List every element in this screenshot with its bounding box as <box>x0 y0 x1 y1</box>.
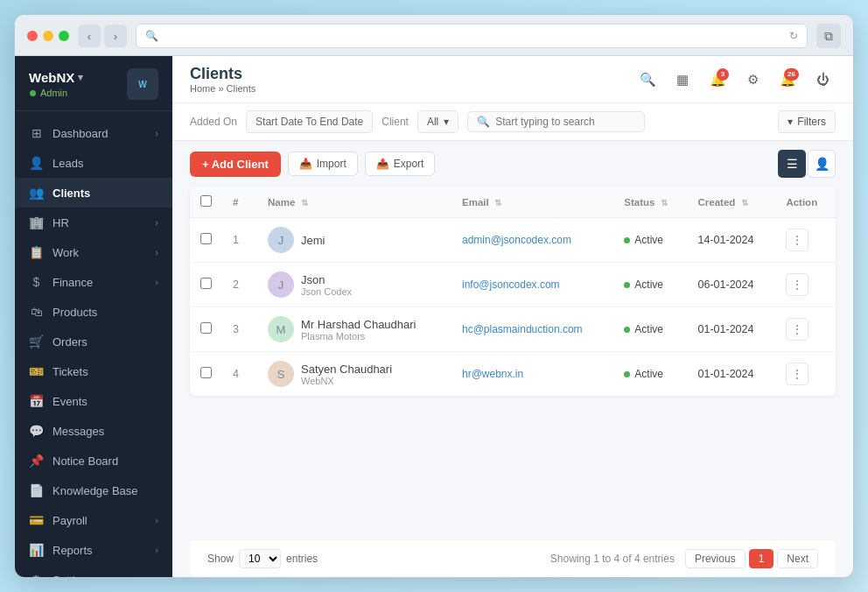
client-company: Json Codex <box>301 286 352 297</box>
pagination-info: Showing 1 to 4 of 4 entries <box>550 553 675 565</box>
topbar-grid-button[interactable]: ▦ <box>669 67 696 93</box>
topbar-search-button[interactable]: 🔍 <box>634 67 661 93</box>
settings-icon: ⚙ <box>29 573 44 577</box>
sort-icon[interactable]: ⇅ <box>741 198 748 208</box>
status-text: Active <box>634 278 663 291</box>
sidebar-item-work[interactable]: 📋 Work › <box>15 237 172 267</box>
maximize-button[interactable] <box>59 31 69 41</box>
sort-icon[interactable]: ⇅ <box>301 198 308 208</box>
sidebar-item-payroll[interactable]: 💳 Payroll › <box>15 505 172 535</box>
sidebar-item-clients[interactable]: 👥 Clients <box>15 178 172 208</box>
status-badge: Active <box>624 234 663 246</box>
action-menu-button[interactable]: ⋮ <box>786 318 808 341</box>
sidebar-item-noticeboard[interactable]: 📌 Notice Board <box>15 446 172 476</box>
chevron-icon: › <box>155 545 158 555</box>
sidebar-item-events[interactable]: 📅 Events <box>15 386 172 416</box>
tickets-icon: 🎫 <box>29 364 44 378</box>
toolbar: Added On Start Date To End Date Client A… <box>172 103 853 141</box>
select-all-checkbox[interactable] <box>200 195 212 207</box>
row-checkbox[interactable] <box>200 278 212 289</box>
address-bar[interactable]: 🔍 ↻ <box>136 24 808 48</box>
nav-label-work: Work <box>52 246 79 259</box>
sort-icon[interactable]: ⇅ <box>494 198 501 208</box>
sidebar-item-hr[interactable]: 🏢 HR › <box>15 208 172 237</box>
topbar-power-button[interactable]: ⏻ <box>809 67 836 93</box>
chevron-icon: › <box>155 515 158 525</box>
tab-button[interactable]: ⧉ <box>816 24 841 48</box>
search-box: 🔍 <box>467 111 645 132</box>
action-menu-button[interactable]: ⋮ <box>786 273 808 296</box>
sort-icon[interactable]: ⇅ <box>661 198 668 208</box>
sidebar-item-products[interactable]: 🛍 Products <box>15 297 172 327</box>
sidebar-item-messages[interactable]: 💬 Messages <box>15 416 172 446</box>
search-input[interactable] <box>495 116 635 128</box>
add-client-button[interactable]: + Add Client <box>190 152 281 177</box>
date-filter[interactable]: Start Date To End Date <box>246 110 373 133</box>
sidebar-item-leads[interactable]: 👤 Leads <box>15 148 172 178</box>
sidebar-header: WebNX ▾ Admin W <box>15 56 172 111</box>
chevron-icon: › <box>155 128 158 138</box>
sidebar-item-finance[interactable]: $ Finance › <box>15 267 172 297</box>
sidebar-item-reports[interactable]: 📊 Reports › <box>15 535 172 565</box>
table-header-row: # Name ⇅ Email ⇅ Status ⇅ Creat <box>190 187 836 218</box>
topbar-notification2-button[interactable]: 🔔 26 <box>774 67 801 93</box>
row-created: 14-01-2024 <box>688 218 776 263</box>
export-button[interactable]: 📤 Export <box>365 152 436 176</box>
topbar-actions: 🔍 ▦ 🔔 3 ⚙ 🔔 26 ⏻ <box>634 67 836 93</box>
sidebar-item-dashboard[interactable]: ⊞ Dashboard › <box>15 118 172 148</box>
client-company: Plasma Motors <box>301 331 416 342</box>
import-button[interactable]: 📥 Import <box>288 152 358 176</box>
row-checkbox-cell <box>190 263 222 307</box>
header-email: Email ⇅ <box>452 187 613 218</box>
admin-badge: Admin <box>29 85 83 98</box>
page-1-button[interactable]: 1 <box>749 549 774 568</box>
topbar: Clients Home » Clients 🔍 ▦ 🔔 3 ⚙ <box>172 56 853 103</box>
row-checkbox-cell <box>190 218 222 263</box>
status-text: Active <box>634 368 663 380</box>
forward-button[interactable]: › <box>104 25 127 47</box>
row-checkbox[interactable] <box>200 322 212 334</box>
search-icon: 🔍 <box>145 30 158 42</box>
sidebar-item-knowledgebase[interactable]: 📄 Knowledge Base <box>15 476 172 505</box>
list-view-button[interactable]: ☰ <box>778 150 806 178</box>
client-filter-dropdown[interactable]: All ▾ <box>417 110 458 133</box>
row-email: hc@plasmainduction.com <box>452 307 613 352</box>
client-name: Json <box>301 273 352 286</box>
row-checkbox[interactable] <box>200 233 212 244</box>
added-on-label: Added On <box>190 116 237 128</box>
minimize-button[interactable] <box>43 31 53 41</box>
main-content: Clients Home » Clients 🔍 ▦ 🔔 3 ⚙ <box>172 56 853 577</box>
row-email: admin@jsoncodex.com <box>452 218 613 263</box>
avatar: J <box>268 271 294 298</box>
status-text: Active <box>634 234 663 246</box>
row-checkbox[interactable] <box>200 367 212 378</box>
topbar-notification1-button[interactable]: 🔔 3 <box>704 67 731 93</box>
events-icon: 📅 <box>29 394 44 408</box>
nav-label-clients: Clients <box>52 187 90 200</box>
row-name-cell: M Mr Harshad Chaudhari Plasma Motors <box>257 307 452 352</box>
status-text: Active <box>634 323 663 335</box>
browser-chrome: ‹ › 🔍 ↻ ⧉ <box>15 15 853 56</box>
brand-chevron[interactable]: ▾ <box>78 72 83 83</box>
table-row: 3 M Mr Harshad Chaudhari Plasma Motors h… <box>190 307 836 352</box>
filters-button[interactable]: ▾ Filters <box>778 110 836 133</box>
previous-page-button[interactable]: Previous <box>685 549 746 568</box>
sidebar-item-orders[interactable]: 🛒 Orders <box>15 327 172 356</box>
reload-icon[interactable]: ↻ <box>789 30 798 42</box>
messages-icon: 💬 <box>29 424 44 438</box>
topbar-settings-button[interactable]: ⚙ <box>739 67 766 93</box>
sidebar-item-tickets[interactable]: 🎫 Tickets <box>15 356 172 386</box>
sidebar-item-settings[interactable]: ⚙ Settings <box>15 565 172 577</box>
back-button[interactable]: ‹ <box>78 25 101 47</box>
header-num: # <box>222 187 257 218</box>
card-view-button[interactable]: 👤 <box>808 150 836 178</box>
action-menu-button[interactable]: ⋮ <box>786 363 808 385</box>
nav-label-orders: Orders <box>52 335 88 349</box>
next-page-button[interactable]: Next <box>777 549 818 568</box>
row-status-cell: Active <box>613 218 687 263</box>
action-menu-button[interactable]: ⋮ <box>786 229 808 251</box>
close-button[interactable] <box>27 31 38 41</box>
row-name-cell: J Jemi <box>257 218 452 263</box>
entries-select[interactable]: 10 25 50 <box>239 549 281 568</box>
header-status: Status ⇅ <box>613 187 687 218</box>
